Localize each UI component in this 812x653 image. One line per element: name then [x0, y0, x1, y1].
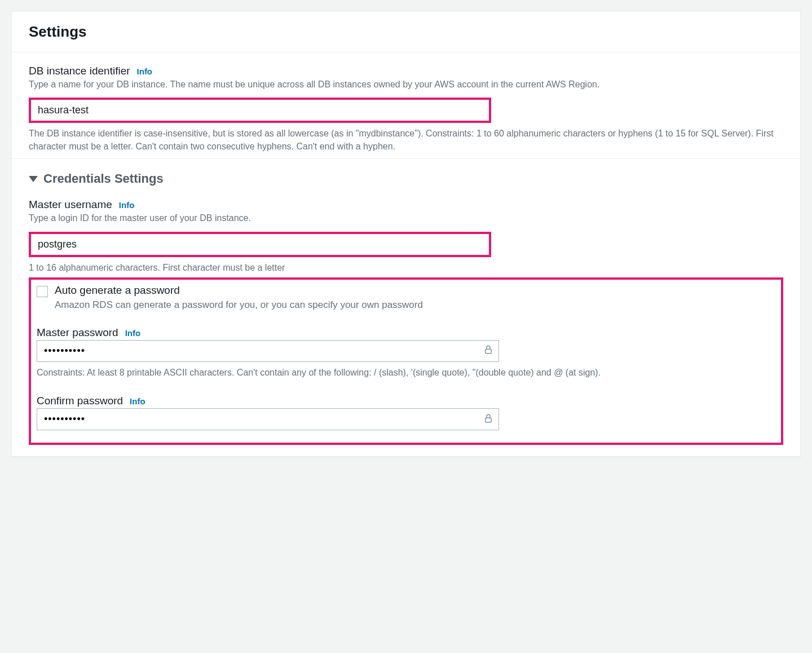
- svg-rect-0: [486, 350, 492, 354]
- master-username-info-link[interactable]: Info: [119, 200, 135, 210]
- auto-generate-checkbox[interactable]: [37, 286, 48, 297]
- panel-header: Settings: [12, 12, 800, 52]
- password-group-highlight: Auto generate a password Amazon RDS can …: [29, 277, 783, 445]
- caret-down-icon: [29, 176, 38, 182]
- master-username-input[interactable]: [31, 234, 489, 255]
- db-identifier-desc: Type a name for your DB instance. The na…: [29, 78, 783, 91]
- master-password-info-link[interactable]: Info: [125, 328, 141, 338]
- db-identifier-info-link[interactable]: Info: [137, 67, 153, 76]
- page-title: Settings: [29, 23, 783, 41]
- db-identifier-constraint: The DB instance identifier is case-insen…: [29, 127, 783, 153]
- credentials-section: Credentials Settings Master username Inf…: [12, 159, 800, 456]
- auto-generate-desc: Amazon RDS can generate a password for y…: [55, 299, 775, 311]
- db-identifier-label: DB instance identifier: [29, 65, 130, 77]
- credentials-title: Credentials Settings: [43, 171, 164, 186]
- master-password-input[interactable]: [37, 340, 499, 362]
- master-password-label: Master password: [37, 326, 118, 339]
- db-identifier-section: DB instance identifier Info Type a name …: [12, 52, 800, 159]
- master-password-constraint: Constraints: At least 8 printable ASCII …: [37, 367, 775, 379]
- lock-icon: [483, 413, 493, 426]
- db-identifier-input[interactable]: [31, 100, 489, 121]
- master-username-label: Master username: [29, 198, 112, 211]
- db-identifier-highlight: [29, 98, 491, 123]
- credentials-toggle[interactable]: Credentials Settings: [29, 171, 783, 186]
- confirm-password-input[interactable]: [37, 408, 499, 430]
- master-username-desc: Type a login ID for the master user of y…: [29, 212, 783, 224]
- master-username-highlight: [29, 232, 491, 257]
- settings-panel: Settings DB instance identifier Info Typ…: [11, 11, 801, 457]
- confirm-password-label: Confirm password: [37, 395, 123, 407]
- lock-icon: [483, 345, 493, 357]
- svg-rect-1: [486, 418, 492, 422]
- master-username-constraint: 1 to 16 alphanumeric characters. First c…: [29, 262, 783, 274]
- auto-generate-label: Auto generate a password: [55, 284, 180, 297]
- confirm-password-info-link[interactable]: Info: [130, 396, 145, 406]
